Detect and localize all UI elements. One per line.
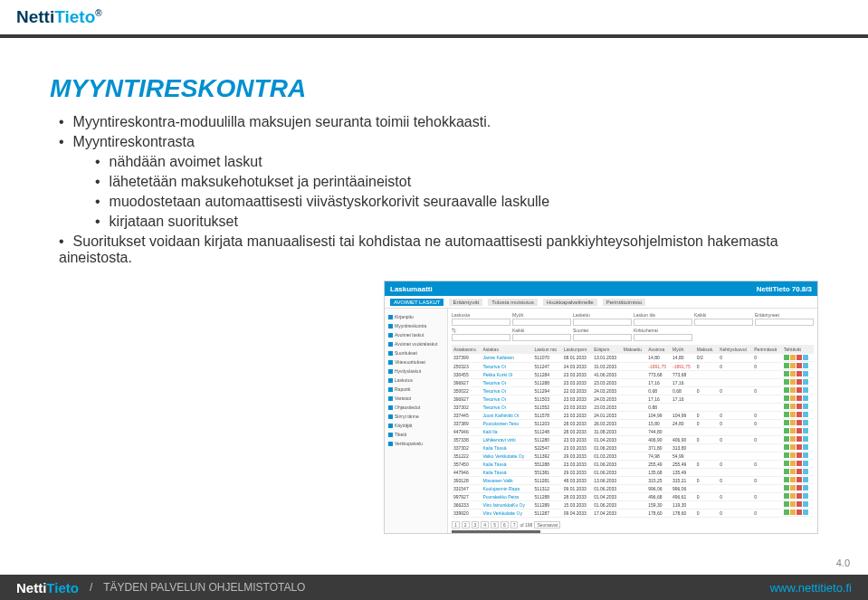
action-icon[interactable] — [796, 387, 802, 393]
action-icon[interactable] — [784, 493, 789, 499]
action-icon[interactable] — [796, 485, 802, 490]
action-icon[interactable] — [796, 461, 802, 466]
action-icon[interactable] — [784, 412, 789, 417]
ss-sidebar-item[interactable]: Siirryt tänne — [388, 412, 444, 421]
action-icon[interactable] — [803, 387, 808, 393]
ss-column-header[interactable]: Laskun nro — [532, 345, 561, 354]
action-icon[interactable] — [803, 477, 808, 482]
action-icon[interactable] — [796, 469, 802, 474]
ss-column-header[interactable]: Asiakasnro — [452, 345, 481, 354]
action-icon[interactable] — [790, 371, 796, 376]
table-row[interactable]: 396927Tietoriva Oi51150323.03.203324.03.… — [452, 395, 814, 403]
ss-sidebar-item[interactable]: Hyvityslaskut — [388, 367, 444, 376]
ss-sidebar-item[interactable]: Tiketit — [388, 430, 444, 439]
action-icon[interactable] — [790, 436, 796, 442]
table-row[interactable]: 447946Kaili Ila51124828.03.203331.08.203… — [452, 427, 814, 435]
action-icon[interactable] — [790, 501, 796, 507]
action-icon[interactable] — [803, 485, 808, 490]
table-row[interactable]: 339920Viiru Verkkolaite Oy51128709.04.20… — [452, 509, 814, 517]
action-icon[interactable] — [796, 379, 802, 385]
ss-sidebar-item[interactable]: Varastot — [388, 394, 444, 403]
action-icon[interactable] — [803, 436, 808, 442]
ss-filter-input[interactable] — [573, 334, 632, 341]
action-icon[interactable] — [790, 428, 796, 433]
action-icon[interactable] — [790, 510, 796, 515]
table-row[interactable]: 396927Tietoriva Oi51128823.03.203323.03.… — [452, 378, 814, 386]
table-row[interactable]: 447946Kaila Tässä55138129.03.203301.06.2… — [452, 468, 814, 476]
action-icon[interactable] — [796, 477, 802, 482]
action-icon[interactable] — [803, 404, 808, 409]
pager-page[interactable]: 3 — [472, 521, 480, 529]
action-icon[interactable] — [784, 485, 789, 490]
action-icon[interactable] — [796, 501, 802, 507]
action-icon[interactable] — [803, 412, 808, 417]
ss-filter-input[interactable] — [634, 319, 692, 326]
action-icon[interactable] — [790, 444, 796, 450]
ss-sidebar-item[interactable]: Avoimet vuokralaskut — [388, 339, 444, 348]
ss-filter-input[interactable] — [694, 319, 753, 326]
action-icon[interactable] — [790, 404, 796, 409]
ss-sidebar-item[interactable]: Laskutus — [388, 376, 444, 385]
ss-tab[interactable]: Erääntyvät — [449, 299, 482, 306]
action-icon[interactable] — [784, 420, 789, 425]
table-row[interactable]: 337399Janne Kallanen51107008.01.203313.0… — [452, 354, 814, 362]
action-icon[interactable] — [796, 436, 802, 442]
ss-filter-input[interactable] — [634, 334, 692, 341]
action-icon[interactable] — [796, 420, 802, 425]
action-icon[interactable] — [803, 452, 808, 458]
action-icon[interactable] — [796, 444, 802, 450]
table-row[interactable]: 250323Tietoriva Oi51124724.03.203331.03.… — [452, 362, 814, 370]
pager-page[interactable]: 4 — [481, 521, 489, 529]
ss-tab[interactable]: Perintätoimisto — [603, 299, 646, 306]
action-icon[interactable] — [790, 395, 796, 401]
action-icon[interactable] — [784, 469, 789, 474]
action-icon[interactable] — [803, 469, 808, 474]
action-icon[interactable] — [796, 452, 802, 458]
table-row[interactable]: 337389Puutuksinen Teno51120328.03.203326… — [452, 419, 814, 427]
table-row[interactable]: 351222Vaiko Verkkolaite Oy51139229.03.20… — [452, 452, 814, 460]
action-icon[interactable] — [790, 493, 796, 499]
table-row[interactable]: 366233Viiru IainonkkaKu Oy51128915.03.20… — [452, 500, 814, 509]
ss-sidebar-item[interactable]: Raportit — [388, 385, 444, 394]
table-row[interactable]: 337445Jouni Kaihiniitti Oi51157823.03.20… — [452, 411, 814, 419]
action-icon[interactable] — [803, 355, 808, 360]
action-icon[interactable] — [796, 493, 802, 499]
ss-filter-input[interactable] — [573, 319, 632, 326]
action-icon[interactable] — [784, 444, 789, 450]
ss-filter-input[interactable] — [512, 334, 571, 341]
action-icon[interactable] — [790, 363, 796, 368]
action-icon[interactable] — [796, 412, 802, 417]
action-icon[interactable] — [803, 428, 808, 433]
action-icon[interactable] — [784, 379, 789, 385]
action-icon[interactable] — [784, 371, 789, 376]
action-icon[interactable] — [784, 363, 789, 368]
ss-sidebar-item[interactable]: Viitesuoritukset — [388, 357, 444, 367]
action-icon[interactable] — [790, 420, 796, 425]
table-row[interactable]: 357338Lähikenravi virtti51128023.03.2033… — [452, 435, 814, 443]
pager-page[interactable]: 7 — [510, 521, 519, 529]
ss-tab[interactable]: Huokkapalvelimelle — [543, 299, 597, 306]
ss-sidebar-item[interactable]: Myyntireskontra — [388, 321, 444, 330]
action-icon[interactable] — [803, 461, 808, 466]
action-icon[interactable] — [784, 477, 789, 482]
action-icon[interactable] — [796, 371, 802, 376]
ss-column-header[interactable]: Kehitysluovut — [718, 345, 752, 354]
ss-column-header[interactable]: Perinnässä — [752, 345, 782, 354]
table-row[interactable]: 997927Puurakekko Petra51128828.03.203301… — [452, 492, 814, 500]
action-icon[interactable] — [790, 387, 796, 393]
action-icon[interactable] — [796, 395, 802, 401]
pager-next[interactable]: Seuraavat — [534, 521, 560, 529]
ss-column-header[interactable]: Laskunpvm — [562, 345, 592, 354]
action-icon[interactable] — [796, 510, 802, 515]
pager-current[interactable]: 1 — [452, 521, 460, 529]
action-icon[interactable] — [803, 420, 808, 425]
action-icon[interactable] — [803, 363, 808, 368]
ss-sidebar-item[interactable]: Avoimet laskut — [388, 330, 444, 339]
action-icon[interactable] — [784, 395, 789, 401]
ss-sidebar-item[interactable]: Käyttäjät — [388, 421, 444, 430]
action-icon[interactable] — [803, 510, 808, 515]
ss-sidebar-item[interactable]: Verkkopalvelu — [388, 439, 444, 448]
action-icon[interactable] — [784, 501, 789, 507]
ss-sidebar-item[interactable]: Ohjaustiedot — [388, 403, 444, 412]
action-icon[interactable] — [796, 428, 802, 433]
